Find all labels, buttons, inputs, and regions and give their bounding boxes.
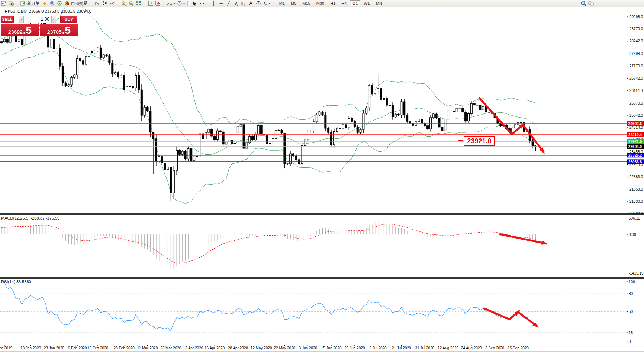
ohlc-values: 23656.0 23753.5 23501.5 23694.0 — [29, 9, 91, 13]
svg-text:28770.0: 28770.0 — [629, 27, 643, 31]
timeframe-button-MN[interactable]: MN — [373, 0, 385, 6]
svg-text:50: 50 — [629, 310, 633, 314]
time-scale[interactable]: Dec 201913 Jan 202023 Jan 20206 Feb 2020… — [0, 345, 529, 351]
vertical-line-tool-icon[interactable]: │ — [210, 0, 218, 6]
svg-text:80: 80 — [629, 292, 633, 296]
trendline-tool-icon[interactable]: ╱ — [225, 0, 232, 6]
chart-window-icon[interactable] — [0, 0, 7, 6]
zoom-in-icon[interactable] — [120, 0, 128, 6]
svg-text:23 Mar 2020: 23 Mar 2020 — [160, 346, 181, 350]
macd-name: MACD(12,26,9) — [1, 216, 29, 220]
annotation-line-handle[interactable] — [458, 140, 463, 141]
svg-text:23 Jan 2020: 23 Jan 2020 — [44, 346, 64, 350]
sell-button[interactable]: SELL — [1, 16, 14, 23]
timeframe-button-H1[interactable]: H1 — [328, 0, 338, 6]
svg-text:29298.0: 29298.0 — [629, 15, 643, 19]
depth-of-market-icon[interactable] — [48, 0, 56, 6]
price-level-annotation[interactable]: 23921.0 — [464, 136, 495, 146]
bar-chart-type-icon[interactable] — [93, 0, 101, 6]
autotrading-button[interactable]: 自动交易 — [71, 1, 87, 6]
bid-price-display[interactable]: 23692 .5 — [1, 24, 39, 36]
signals-icon[interactable] — [56, 0, 63, 6]
buy-button[interactable]: BUY — [60, 16, 77, 23]
timeframe-button-H4[interactable]: H4 — [339, 0, 349, 6]
period-clock-icon[interactable]: ▼ — [177, 0, 186, 6]
down-arrow-icon: ▼ — [20, 18, 23, 20]
rsi-indicator-label: RSI(14) 33.5880 — [1, 279, 31, 284]
volume-increase-button[interactable]: ▲ — [51, 16, 56, 23]
chat-icon[interactable] — [587, 0, 595, 6]
svg-text:13 Jan 2020: 13 Jan 2020 — [20, 346, 41, 350]
svg-text:23921.0: 23921.0 — [628, 140, 642, 144]
search-icon[interactable] — [580, 0, 587, 6]
svg-text:23326.2: 23326.2 — [628, 153, 642, 157]
arrows-tool-icon[interactable]: ▼ — [262, 0, 272, 6]
volume-decrease-button[interactable]: ▼ — [19, 16, 24, 23]
text-label-tool-icon[interactable]: T — [255, 0, 262, 6]
svg-text:26114.0: 26114.0 — [629, 89, 643, 93]
svg-text:22386.0: 22386.0 — [629, 175, 643, 179]
svg-text:18 Feb 2020: 18 Feb 2020 — [87, 346, 109, 350]
zoom-out-icon[interactable] — [128, 0, 135, 6]
svg-text:15: 15 — [629, 331, 633, 335]
timeframe-button-M30[interactable]: M30 — [314, 0, 327, 6]
equidistant-channel-tool-icon[interactable]: E — [232, 0, 240, 6]
autotrading-icon[interactable] — [63, 0, 71, 6]
trading-terminal: 新订单 ◆ 自动交易 — [0, 0, 644, 352]
timeframe-button-W1[interactable]: W1 — [361, 0, 373, 6]
chart-canvas[interactable]: 29298.028770.028242.027698.027170.026642… — [0, 0, 644, 352]
svg-text:24210.4: 24210.4 — [628, 133, 642, 137]
text-tool-icon[interactable]: A — [247, 0, 255, 6]
svg-text:28 Feb 2020: 28 Feb 2020 — [114, 346, 135, 350]
svg-text:25042.0: 25042.0 — [629, 113, 643, 118]
svg-text:28242.0: 28242.0 — [629, 39, 643, 43]
timeframe-button-M15[interactable]: M15 — [300, 0, 313, 6]
macd-indicator-label: MACD(12,26,9) -280.37 -176.99 — [1, 216, 59, 220]
chart-title: ▪HK50-,Daily23656.0 23753.5 23501.5 2369… — [3, 9, 91, 13]
trend-arrows[interactable] — [479, 97, 548, 327]
timeframe-button-D1[interactable]: D1 — [350, 0, 360, 6]
chart-area[interactable]: 29298.028770.028242.027698.027170.026642… — [0, 7, 644, 352]
fibonacci-tool-icon[interactable]: F — [240, 0, 247, 6]
new-order-icon[interactable] — [19, 0, 27, 6]
timeframe-group: M1M5M15M30H1H4D1W1MN — [276, 1, 385, 6]
up-arrow-icon: ▲ — [53, 18, 55, 20]
rsi-value: 33.5880 — [16, 279, 31, 284]
chart-shift-icon[interactable] — [154, 0, 162, 6]
styler-icon[interactable]: ◆ — [41, 0, 48, 6]
svg-text:Dec 2019: Dec 2019 — [0, 346, 13, 350]
chart-profile-icon[interactable] — [7, 0, 15, 6]
svg-text:28 Apr 2020: 28 Apr 2020 — [228, 346, 248, 350]
timeframe-button-M1[interactable]: M1 — [277, 0, 287, 6]
tile-windows-icon[interactable] — [135, 0, 142, 6]
svg-text:0.00: 0.00 — [629, 233, 636, 237]
svg-text:9 Jul 2020: 9 Jul 2020 — [370, 346, 387, 350]
bid-price-main: 23692 — [8, 28, 23, 36]
price-scale[interactable]: 29298.028770.028242.027698.027170.026642… — [627, 15, 644, 344]
volume-input[interactable] — [24, 16, 51, 23]
rsi-name: RSI(14) — [1, 279, 15, 284]
bollinger-bands — [1, 5, 536, 204]
svg-text:12 Aug 2020: 12 Aug 2020 — [438, 346, 459, 350]
auto-scroll-icon[interactable] — [147, 0, 154, 6]
svg-text:6 Feb 2020: 6 Feb 2020 — [68, 346, 87, 350]
timeframe-button-M5[interactable]: M5 — [288, 0, 299, 6]
cursor-tool-icon[interactable] — [191, 0, 198, 6]
one-click-trading-panel: SELL ▼ ▲ BUY 23692 .5 23705 .5 — [1, 15, 78, 36]
ask-price-display[interactable]: 23705 .5 — [40, 24, 78, 36]
svg-text:27698.0: 27698.0 — [629, 52, 643, 56]
svg-text:596.11: 596.11 — [629, 216, 640, 220]
svg-text:F: F — [244, 4, 246, 6]
line-chart-type-icon[interactable] — [108, 0, 116, 6]
svg-text:100: 100 — [629, 280, 635, 284]
add-indicator-icon[interactable]: ▼ — [166, 0, 177, 6]
candlestick-chart-type-icon[interactable] — [101, 0, 108, 6]
svg-text:24 Aug 2020: 24 Aug 2020 — [461, 346, 482, 350]
svg-text:15 Jun 2020: 15 Jun 2020 — [321, 346, 341, 350]
horizontal-line-tool-icon[interactable]: ─ — [218, 0, 225, 6]
svg-text:-1415.19: -1415.19 — [629, 271, 644, 275]
crosshair-tool-icon[interactable] — [198, 0, 206, 6]
svg-text:11 Mar 2020: 11 Mar 2020 — [137, 346, 158, 350]
svg-text:3 Jun 2020: 3 Jun 2020 — [299, 346, 318, 350]
new-order-button[interactable]: 新订单 — [27, 1, 39, 6]
